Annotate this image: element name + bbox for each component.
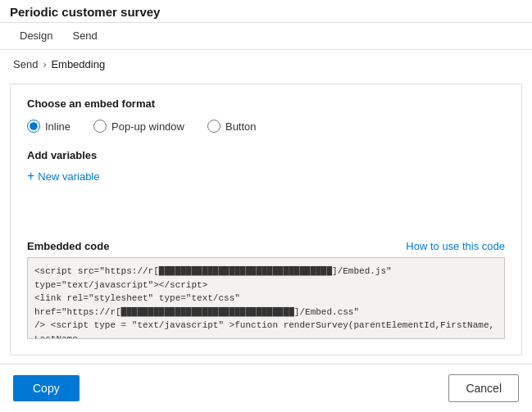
page-title: Periodic customer survey <box>10 5 522 19</box>
breadcrumb-separator: › <box>43 59 46 70</box>
embed-format-title: Choose an embed format <box>27 97 505 110</box>
radio-inline-input[interactable] <box>27 120 40 133</box>
tab-send[interactable]: Send <box>62 23 107 50</box>
embed-format-options: Inline Pop-up window Button <box>27 120 505 133</box>
breadcrumb: Send › Embedding <box>0 50 532 77</box>
radio-inline[interactable]: Inline <box>27 120 70 133</box>
embed-code-header: Embedded code How to use this code <box>27 240 505 252</box>
nav-tabs: Design Send <box>0 23 532 50</box>
radio-inline-label: Inline <box>45 120 70 133</box>
tab-design[interactable]: Design <box>10 23 62 50</box>
embed-code-textarea[interactable]: <script src="https://r[█████████████████… <box>27 257 505 339</box>
radio-button-label: Button <box>225 120 257 133</box>
variables-title: Add variables <box>27 149 505 161</box>
footer: Copy Cancel <box>0 364 532 412</box>
cancel-button[interactable]: Cancel <box>448 374 519 402</box>
breadcrumb-parent[interactable]: Send <box>13 58 38 70</box>
copy-button[interactable]: Copy <box>13 375 80 401</box>
radio-button[interactable]: Button <box>207 120 257 133</box>
embed-code-title: Embedded code <box>27 240 109 252</box>
radio-popup[interactable]: Pop-up window <box>93 120 184 133</box>
breadcrumb-current: Embedding <box>51 58 105 70</box>
plus-icon: + <box>27 170 34 183</box>
radio-popup-input[interactable] <box>93 120 107 133</box>
embed-content-box: Choose an embed format Inline Pop-up win… <box>10 84 522 355</box>
variables-section: Add variables + New variable <box>27 149 505 183</box>
embedded-code-section: Embedded code How to use this code <scri… <box>27 240 505 342</box>
new-variable-label: New variable <box>38 170 99 183</box>
how-to-link[interactable]: How to use this code <box>406 240 505 252</box>
new-variable-button[interactable]: + New variable <box>27 170 100 183</box>
title-bar: Periodic customer survey <box>0 0 532 23</box>
radio-popup-label: Pop-up window <box>111 120 184 133</box>
radio-button-input[interactable] <box>207 120 221 133</box>
